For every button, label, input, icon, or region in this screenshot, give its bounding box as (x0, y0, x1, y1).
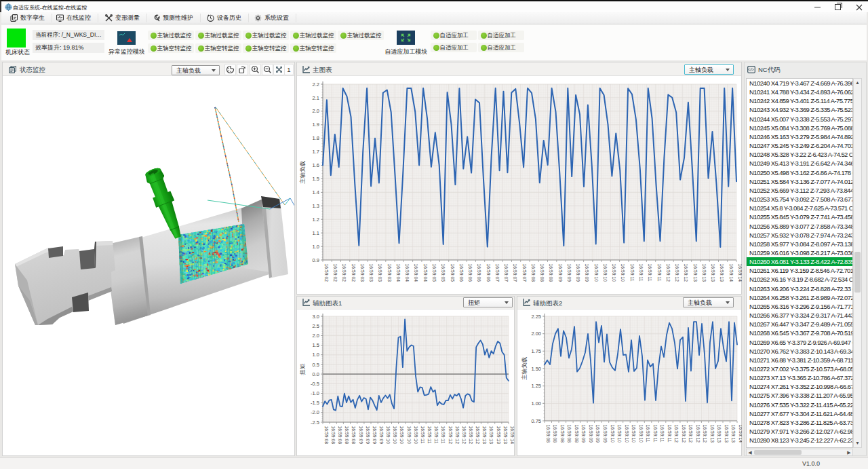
svg-text:-0.5: -0.5 (311, 381, 319, 387)
svg-text:16:59:12: 16:59:12 (682, 425, 686, 443)
svg-text:16:59:12: 16:59:12 (462, 426, 467, 445)
svg-text:扭矩: 扭矩 (299, 363, 306, 376)
svg-text:16:59:08: 16:59:08 (549, 264, 553, 282)
svg-text:16:59:02: 16:59:02 (351, 264, 356, 282)
svg-text:-1.0: -1.0 (311, 390, 319, 396)
svg-text:16:59:11: 16:59:11 (667, 425, 672, 443)
svg-text:16:59:13: 16:59:13 (482, 426, 487, 445)
svg-text:1.5: 1.5 (313, 176, 319, 182)
svg-text:-2.0: -2.0 (311, 409, 319, 415)
svg-text:16:59:05: 16:59:05 (432, 264, 437, 282)
svg-text:16:59:10: 16:59:10 (612, 264, 616, 282)
svg-text:16:59:07: 16:59:07 (495, 264, 500, 282)
svg-text:16:59:08: 16:59:08 (540, 264, 545, 282)
svg-text:16:59:10: 16:59:10 (610, 425, 615, 443)
svg-text:16:59:11: 16:59:11 (427, 426, 432, 444)
svg-text:16:59:08: 16:59:08 (351, 426, 356, 445)
svg-text:16:59:11: 16:59:11 (657, 264, 662, 282)
svg-text:16:59:12: 16:59:12 (684, 264, 688, 282)
svg-text:16:59:04: 16:59:04 (414, 264, 418, 282)
svg-text:16:59:13: 16:59:13 (711, 264, 715, 282)
svg-text:16:59:11: 16:59:11 (441, 426, 446, 444)
svg-text:16:59:04: 16:59:04 (423, 264, 428, 282)
svg-text:16:59:08: 16:59:08 (546, 425, 551, 443)
svg-text:16:59:03: 16:59:03 (387, 264, 392, 282)
svg-text:16:59:12: 16:59:12 (666, 264, 671, 282)
svg-text:16:59:13: 16:59:13 (731, 425, 736, 443)
svg-text:16:59:10: 16:59:10 (407, 426, 412, 445)
svg-text:16:59:14: 16:59:14 (738, 425, 742, 443)
svg-text:16:59:13: 16:59:13 (717, 425, 722, 443)
svg-text:主轴负载: 主轴负载 (521, 357, 528, 381)
svg-text:16:59:08: 16:59:08 (324, 426, 329, 445)
svg-text:1.5: 1.5 (313, 342, 319, 348)
svg-text:16:59:09: 16:59:09 (589, 425, 593, 443)
svg-text:16:59:08: 16:59:08 (338, 426, 342, 445)
svg-text:16:59:09: 16:59:09 (603, 425, 608, 443)
svg-text:16:59:07: 16:59:07 (522, 264, 527, 282)
svg-text:2.0: 2.0 (313, 333, 319, 339)
svg-text:16:59:03: 16:59:03 (369, 264, 374, 282)
svg-text:16:59:14: 16:59:14 (729, 264, 734, 282)
svg-text:16:59:13: 16:59:13 (724, 425, 729, 443)
svg-text:16:59:10: 16:59:10 (639, 425, 644, 443)
svg-text:16:59:02: 16:59:02 (342, 264, 347, 282)
svg-text:1.75: 1.75 (531, 348, 541, 354)
svg-text:16:59:09: 16:59:09 (372, 426, 377, 445)
svg-text:16:59:05: 16:59:05 (441, 264, 446, 282)
svg-text:16:59:10: 16:59:10 (631, 425, 636, 443)
svg-text:16:59:12: 16:59:12 (674, 425, 679, 443)
svg-text:16:59:12: 16:59:12 (475, 426, 480, 445)
svg-text:2.5: 2.5 (313, 323, 319, 329)
svg-text:16:59:06: 16:59:06 (477, 264, 481, 282)
svg-text:16:59:12: 16:59:12 (469, 426, 473, 445)
svg-text:16:59:11: 16:59:11 (434, 426, 439, 444)
svg-text:16:59:11: 16:59:11 (646, 425, 650, 443)
svg-text:1.6: 1.6 (313, 162, 319, 168)
svg-text:16:59:08: 16:59:08 (560, 425, 565, 443)
svg-text:16:59:09: 16:59:09 (595, 425, 600, 443)
svg-text:16:59:10: 16:59:10 (603, 264, 608, 282)
svg-text:16:59:13: 16:59:13 (710, 425, 715, 443)
svg-text:16:59:14: 16:59:14 (738, 264, 742, 282)
svg-text:16:59:06: 16:59:06 (468, 264, 473, 282)
svg-text:16:59:09: 16:59:09 (558, 264, 563, 282)
svg-text:16:59:12: 16:59:12 (675, 264, 679, 282)
svg-text:1.8: 1.8 (313, 135, 319, 141)
svg-text:16:59:11: 16:59:11 (420, 426, 425, 444)
svg-text:1.4: 1.4 (313, 189, 319, 195)
svg-text:16:59:08: 16:59:08 (574, 425, 579, 443)
svg-text:16:59:13: 16:59:13 (693, 264, 698, 282)
svg-text:0.75: 0.75 (531, 418, 541, 424)
svg-text:16:59:09: 16:59:09 (585, 264, 589, 282)
svg-text:16:59:10: 16:59:10 (594, 264, 599, 282)
svg-text:16:59:09: 16:59:09 (581, 425, 586, 443)
svg-text:0.9: 0.9 (313, 257, 319, 263)
svg-text:2.25: 2.25 (531, 314, 541, 320)
svg-text:16:59:07: 16:59:07 (504, 264, 509, 282)
svg-text:16:59:07: 16:59:07 (513, 264, 517, 282)
svg-text:2.00: 2.00 (531, 331, 541, 337)
svg-text:16:59:13: 16:59:13 (719, 264, 724, 282)
svg-text:16:59:11: 16:59:11 (630, 264, 635, 282)
svg-text:16:59:08: 16:59:08 (344, 426, 349, 445)
svg-text:16:59:13: 16:59:13 (489, 426, 494, 445)
svg-text:16:59:11: 16:59:11 (660, 425, 665, 443)
svg-text:3.0: 3.0 (313, 314, 319, 320)
svg-text:1.00: 1.00 (531, 400, 541, 407)
svg-text:16:59:06: 16:59:06 (486, 264, 491, 282)
svg-text:0.5: 0.5 (313, 362, 319, 368)
svg-text:16:59:08: 16:59:08 (531, 264, 536, 282)
svg-text:16:59:10: 16:59:10 (386, 426, 391, 445)
svg-text:16:59:09: 16:59:09 (576, 264, 580, 282)
svg-text:16:59:13: 16:59:13 (496, 426, 501, 445)
svg-text:1.3: 1.3 (313, 203, 319, 209)
svg-text:16:59:04: 16:59:04 (396, 264, 401, 282)
svg-text:16:59:09: 16:59:09 (359, 426, 363, 445)
svg-text:16:59:13: 16:59:13 (702, 264, 707, 282)
svg-text:16:59:13: 16:59:13 (503, 426, 508, 445)
svg-text:16:59:12: 16:59:12 (455, 426, 460, 445)
svg-text:1.0: 1.0 (313, 244, 319, 250)
svg-text:16:59:10: 16:59:10 (617, 425, 622, 443)
svg-text:16:59:12: 16:59:12 (448, 426, 453, 445)
